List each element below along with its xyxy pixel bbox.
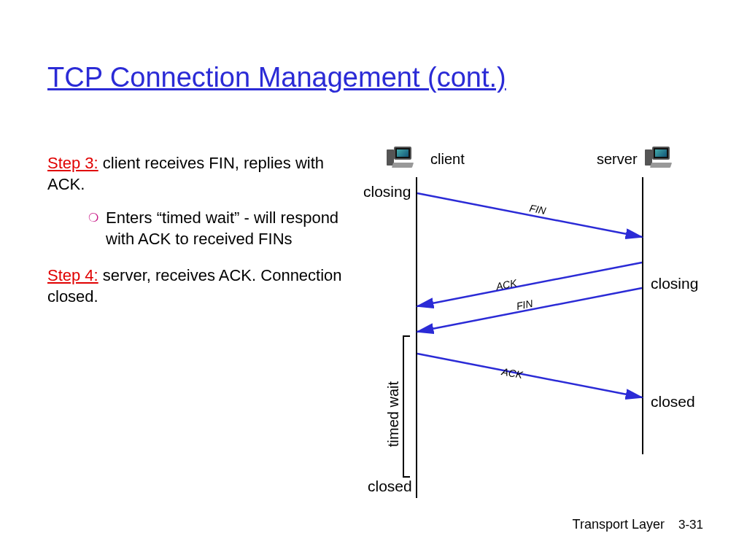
state-client-closing: closing — [363, 183, 411, 201]
step4-keyword: server — [103, 266, 147, 284]
svg-line-0 — [417, 193, 642, 237]
footer-section: Transport Layer — [573, 517, 665, 532]
step3-label: Step 3: — [47, 154, 98, 172]
message-arrows — [372, 142, 722, 492]
step3-sub: Enters “timed wait” - will respond with … — [47, 208, 347, 249]
step3-keyword: client — [103, 154, 140, 172]
slide-title: TCP Connection Management (cont.) — [47, 62, 506, 93]
timed-wait-label: timed wait — [385, 381, 402, 447]
state-client-closed: closed — [368, 478, 412, 495]
svg-line-3 — [417, 354, 642, 397]
sequence-diagram: client server FIN ACK FIN ACK closing cl… — [372, 142, 722, 492]
body-text: Step 3: client receives FIN, replies wit… — [47, 153, 347, 308]
step3-line: Step 3: client receives FIN, replies wit… — [47, 153, 347, 195]
state-server-closed: closed — [651, 393, 695, 411]
state-server-closing: closing — [651, 275, 698, 292]
footer-page: 3-31 — [678, 518, 703, 532]
step4-line: Step 4: server, receives ACK. Connection… — [47, 265, 347, 307]
svg-line-2 — [417, 288, 642, 332]
step4-label: Step 4: — [47, 266, 98, 284]
slide-footer: Transport Layer 3-31 — [573, 517, 703, 532]
timed-wait-bracket — [403, 335, 410, 478]
